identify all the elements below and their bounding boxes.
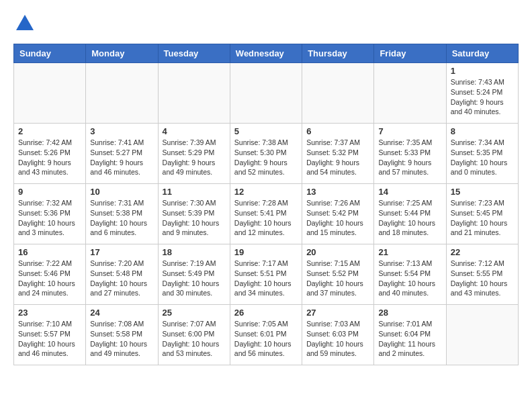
- day-number: 24: [90, 308, 153, 318]
- logo-icon: [15, 13, 35, 34]
- calendar-cell: 12Sunrise: 7:28 AM Sunset: 5:41 PM Dayli…: [230, 184, 302, 244]
- calendar-table: SundayMondayTuesdayWednesdayThursdayFrid…: [13, 44, 519, 365]
- week-row-1: 1Sunrise: 7:43 AM Sunset: 5:24 PM Daylig…: [14, 63, 519, 124]
- day-number: 21: [378, 247, 441, 257]
- day-number: 6: [306, 126, 369, 136]
- day-number: 17: [90, 247, 153, 257]
- calendar-cell: 19Sunrise: 7:17 AM Sunset: 5:51 PM Dayli…: [230, 244, 302, 305]
- calendar-cell: 28Sunrise: 7:01 AM Sunset: 6:04 PM Dayli…: [374, 305, 446, 365]
- day-info: Sunrise: 7:32 AM Sunset: 5:36 PM Dayligh…: [18, 198, 81, 238]
- day-info: Sunrise: 7:37 AM Sunset: 5:32 PM Dayligh…: [306, 138, 369, 177]
- calendar-cell: 3Sunrise: 7:41 AM Sunset: 5:27 PM Daylig…: [86, 124, 158, 184]
- day-info: Sunrise: 7:26 AM Sunset: 5:42 PM Dayligh…: [306, 198, 369, 238]
- calendar-cell: 15Sunrise: 7:23 AM Sunset: 5:45 PM Dayli…: [446, 184, 518, 244]
- day-info: Sunrise: 7:41 AM Sunset: 5:27 PM Dayligh…: [90, 138, 153, 177]
- day-info: Sunrise: 7:17 AM Sunset: 5:51 PM Dayligh…: [234, 259, 298, 298]
- calendar-cell: 4Sunrise: 7:39 AM Sunset: 5:29 PM Daylig…: [158, 124, 230, 184]
- calendar-cell: 5Sunrise: 7:38 AM Sunset: 5:30 PM Daylig…: [230, 124, 302, 184]
- day-info: Sunrise: 7:39 AM Sunset: 5:29 PM Dayligh…: [163, 138, 226, 177]
- day-info: Sunrise: 7:01 AM Sunset: 6:04 PM Dayligh…: [378, 319, 441, 359]
- weekday-header-tuesday: Tuesday: [158, 44, 230, 63]
- day-info: Sunrise: 7:34 AM Sunset: 5:35 PM Dayligh…: [451, 138, 514, 177]
- weekday-header-sunday: Sunday: [14, 44, 86, 63]
- day-number: 20: [306, 247, 369, 257]
- weekday-header-wednesday: Wednesday: [230, 44, 302, 63]
- calendar-cell: [158, 63, 230, 124]
- calendar-cell: 23Sunrise: 7:10 AM Sunset: 5:57 PM Dayli…: [14, 305, 86, 365]
- day-info: Sunrise: 7:35 AM Sunset: 5:33 PM Dayligh…: [378, 138, 441, 177]
- day-number: 3: [90, 126, 153, 136]
- day-info: Sunrise: 7:10 AM Sunset: 5:57 PM Dayligh…: [18, 319, 81, 359]
- day-number: 14: [378, 187, 441, 197]
- day-number: 11: [163, 187, 226, 197]
- day-number: 9: [18, 187, 81, 197]
- day-info: Sunrise: 7:15 AM Sunset: 5:52 PM Dayligh…: [306, 259, 369, 298]
- week-row-2: 2Sunrise: 7:42 AM Sunset: 5:26 PM Daylig…: [14, 124, 519, 184]
- day-number: 28: [378, 308, 441, 318]
- day-number: 16: [18, 247, 81, 257]
- day-number: 8: [451, 126, 514, 136]
- calendar-cell: [446, 305, 518, 365]
- day-number: 26: [234, 308, 298, 318]
- day-number: 27: [306, 308, 369, 318]
- day-number: 18: [163, 247, 226, 257]
- day-number: 15: [451, 187, 514, 197]
- day-info: Sunrise: 7:42 AM Sunset: 5:26 PM Dayligh…: [18, 138, 81, 177]
- day-info: Sunrise: 7:03 AM Sunset: 6:03 PM Dayligh…: [306, 319, 369, 359]
- day-info: Sunrise: 7:05 AM Sunset: 6:01 PM Dayligh…: [234, 319, 298, 359]
- svg-marker-0: [16, 15, 34, 30]
- page-header: [13, 13, 519, 37]
- calendar-cell: [86, 63, 158, 124]
- day-info: Sunrise: 7:22 AM Sunset: 5:46 PM Dayligh…: [18, 259, 81, 298]
- day-info: Sunrise: 7:12 AM Sunset: 5:55 PM Dayligh…: [451, 259, 514, 298]
- calendar-cell: 14Sunrise: 7:25 AM Sunset: 5:44 PM Dayli…: [374, 184, 446, 244]
- calendar-cell: 11Sunrise: 7:30 AM Sunset: 5:39 PM Dayli…: [158, 184, 230, 244]
- day-number: 2: [18, 126, 81, 136]
- week-row-3: 9Sunrise: 7:32 AM Sunset: 5:36 PM Daylig…: [14, 184, 519, 244]
- calendar-cell: [374, 63, 446, 124]
- week-row-4: 16Sunrise: 7:22 AM Sunset: 5:46 PM Dayli…: [14, 244, 519, 305]
- calendar-cell: 2Sunrise: 7:42 AM Sunset: 5:26 PM Daylig…: [14, 124, 86, 184]
- calendar-cell: 10Sunrise: 7:31 AM Sunset: 5:38 PM Dayli…: [86, 184, 158, 244]
- weekday-header-saturday: Saturday: [446, 44, 518, 63]
- day-number: 7: [378, 126, 441, 136]
- weekday-header-monday: Monday: [86, 44, 158, 63]
- calendar-cell: [230, 63, 302, 124]
- calendar-cell: 20Sunrise: 7:15 AM Sunset: 5:52 PM Dayli…: [302, 244, 374, 305]
- day-number: 4: [163, 126, 226, 136]
- calendar-cell: 6Sunrise: 7:37 AM Sunset: 5:32 PM Daylig…: [302, 124, 374, 184]
- day-info: Sunrise: 7:13 AM Sunset: 5:54 PM Dayligh…: [378, 259, 441, 298]
- weekday-header-thursday: Thursday: [302, 44, 374, 63]
- calendar-cell: 16Sunrise: 7:22 AM Sunset: 5:46 PM Dayli…: [14, 244, 86, 305]
- day-number: 10: [90, 187, 153, 197]
- day-info: Sunrise: 7:38 AM Sunset: 5:30 PM Dayligh…: [234, 138, 298, 177]
- day-info: Sunrise: 7:28 AM Sunset: 5:41 PM Dayligh…: [234, 198, 298, 238]
- day-number: 5: [234, 126, 298, 136]
- day-number: 12: [234, 187, 298, 197]
- day-number: 1: [451, 66, 514, 76]
- calendar-cell: 13Sunrise: 7:26 AM Sunset: 5:42 PM Dayli…: [302, 184, 374, 244]
- logo: [13, 13, 35, 37]
- calendar-cell: 22Sunrise: 7:12 AM Sunset: 5:55 PM Dayli…: [446, 244, 518, 305]
- calendar-cell: 24Sunrise: 7:08 AM Sunset: 5:58 PM Dayli…: [86, 305, 158, 365]
- weekday-header-row: SundayMondayTuesdayWednesdayThursdayFrid…: [14, 44, 519, 63]
- calendar-cell: 1Sunrise: 7:43 AM Sunset: 5:24 PM Daylig…: [446, 63, 518, 124]
- day-info: Sunrise: 7:31 AM Sunset: 5:38 PM Dayligh…: [90, 198, 153, 238]
- day-number: 19: [234, 247, 298, 257]
- calendar-cell: [302, 63, 374, 124]
- day-number: 23: [18, 308, 81, 318]
- calendar-cell: 26Sunrise: 7:05 AM Sunset: 6:01 PM Dayli…: [230, 305, 302, 365]
- calendar-cell: 9Sunrise: 7:32 AM Sunset: 5:36 PM Daylig…: [14, 184, 86, 244]
- calendar-cell: 7Sunrise: 7:35 AM Sunset: 5:33 PM Daylig…: [374, 124, 446, 184]
- calendar-cell: [14, 63, 86, 124]
- calendar-cell: 8Sunrise: 7:34 AM Sunset: 5:35 PM Daylig…: [446, 124, 518, 184]
- calendar-cell: 18Sunrise: 7:19 AM Sunset: 5:49 PM Dayli…: [158, 244, 230, 305]
- day-info: Sunrise: 7:30 AM Sunset: 5:39 PM Dayligh…: [163, 198, 226, 238]
- weekday-header-friday: Friday: [374, 44, 446, 63]
- day-info: Sunrise: 7:08 AM Sunset: 5:58 PM Dayligh…: [90, 319, 153, 359]
- calendar-cell: 17Sunrise: 7:20 AM Sunset: 5:48 PM Dayli…: [86, 244, 158, 305]
- day-info: Sunrise: 7:23 AM Sunset: 5:45 PM Dayligh…: [451, 198, 514, 238]
- calendar-cell: 25Sunrise: 7:07 AM Sunset: 6:00 PM Dayli…: [158, 305, 230, 365]
- day-info: Sunrise: 7:07 AM Sunset: 6:00 PM Dayligh…: [163, 319, 226, 359]
- day-number: 22: [451, 247, 514, 257]
